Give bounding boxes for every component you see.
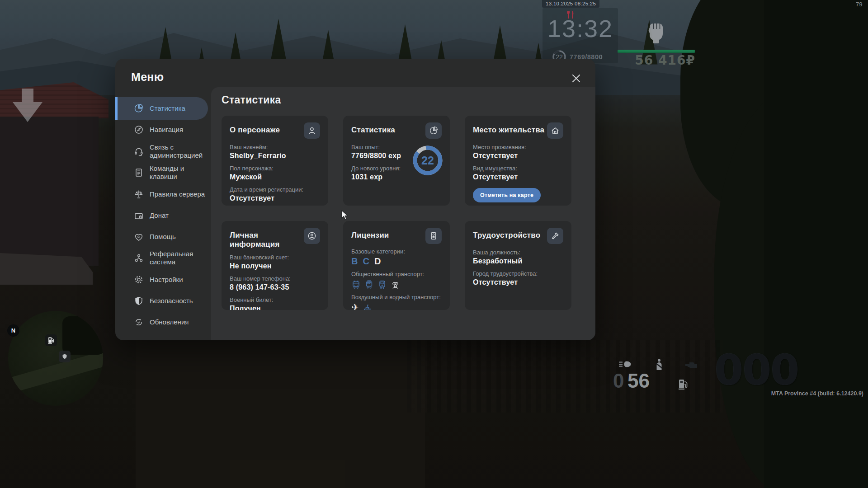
public-transport-licenses	[351, 279, 442, 290]
wallet-icon	[134, 211, 144, 221]
seatbelt-icon	[654, 358, 664, 370]
card-personal: Личная информация Ваш банковский счет:Не…	[222, 221, 328, 310]
sidebar-item-commands[interactable]: Команды и клавиши	[134, 162, 210, 183]
card-residence: Место жительства Место проживания:Отсутс…	[465, 116, 571, 206]
field-label: Место проживания:	[473, 144, 563, 150]
mark-on-map-button[interactable]: Отметить на карте	[473, 188, 541, 202]
card-character: О персонаже Ваш никнейм:Shelby_Ferrario …	[222, 116, 328, 206]
armor-marker	[59, 351, 71, 362]
card-title: О персонаже	[230, 122, 280, 135]
field-label: Ваш номер телефона:	[230, 275, 320, 282]
hammer-icon	[547, 228, 563, 244]
fuel-pump-icon	[678, 378, 689, 390]
plane-icon: ✈	[351, 303, 359, 310]
sidebar-item-label: Статистика	[150, 104, 210, 113]
update-icon	[134, 317, 144, 327]
game-screen: 79 13.10.2025 08:25:25 13:32 22 7769/880…	[0, 0, 868, 488]
menu-window: Меню Статистика Навигация	[115, 59, 595, 340]
server-build-label: MTA Province #4 (build: 6.12420.9)	[674, 390, 863, 397]
air-water-licenses: ✈	[351, 302, 442, 310]
headset-icon	[134, 146, 144, 156]
sidebar-item-settings[interactable]: Настройки	[134, 269, 210, 291]
field-label: Ваш опыт:	[351, 144, 415, 150]
shield-icon	[134, 296, 144, 306]
license-letter-c: C	[363, 256, 369, 267]
page-title: Статистика	[222, 94, 281, 106]
sidebar-item-statistics[interactable]: Статистика	[134, 98, 210, 119]
sidebar-item-label: Помощь	[150, 233, 210, 241]
section-label: Общественный транспорт:	[351, 271, 442, 277]
field-label: Военный билет:	[230, 296, 320, 303]
card-licenses: Лицензии Базовые категории: B C D Общест…	[343, 221, 450, 310]
speedometer: 000	[714, 346, 798, 394]
close-icon	[571, 74, 581, 83]
sidebar-item-label: Донат	[150, 211, 210, 220]
ship-icon	[363, 303, 372, 310]
pie-chart-icon	[425, 122, 442, 139]
field-value: Отсутствует	[473, 278, 563, 286]
card-title: Место жительства	[473, 122, 544, 135]
sidebar-item-navigation[interactable]: Навигация	[134, 119, 210, 141]
conductor-icon	[391, 280, 400, 289]
id-card-icon	[425, 228, 442, 244]
field-value: 1031 exp	[351, 173, 415, 181]
network-icon	[134, 253, 144, 263]
field-value: Отсутствует	[230, 194, 320, 202]
field-label: Пол персонажа:	[230, 165, 320, 172]
field-value: Отсутствует	[473, 152, 563, 160]
person-circle-icon	[304, 228, 320, 244]
minimap	[8, 311, 103, 406]
game-clock: 13:32	[542, 14, 618, 42]
north-indicator: N	[7, 324, 19, 337]
sidebar-item-updates[interactable]: Обновления	[134, 311, 210, 333]
license-letter-b: B	[351, 256, 358, 267]
sidebar-item-admin-contact[interactable]: Связь с администрацией	[134, 141, 210, 162]
sidebar-item-donate[interactable]: Донат	[134, 205, 210, 226]
field-value: Не получен	[230, 262, 320, 270]
sidebar-item-label: Обновления	[150, 318, 210, 327]
field-value: Мужской	[230, 173, 320, 181]
gas-station-marker	[45, 334, 57, 346]
field-value: Отсутствует	[473, 173, 563, 181]
card-title: Трудоустройство	[473, 228, 540, 240]
menu-title: Меню	[131, 70, 164, 84]
fist-icon	[646, 17, 665, 44]
scales-icon	[134, 189, 144, 199]
house-icon	[547, 122, 563, 139]
sidebar-item-server-rules[interactable]: Правила сервера	[134, 183, 210, 205]
sidebar-item-help[interactable]: Помощь	[134, 226, 210, 248]
server-datetime: 13.10.2025 08:25:25	[542, 0, 599, 8]
field-value: 7769/8800 exp	[351, 152, 415, 160]
pie-chart-icon	[134, 103, 144, 113]
exp-progress-ring: 22	[412, 145, 443, 176]
fps-counter: 79	[856, 1, 862, 8]
fuel-amount: 56	[627, 370, 650, 392]
card-title: Личная информация	[230, 228, 304, 249]
sidebar-item-security[interactable]: Безопасность	[134, 290, 210, 312]
field-label: Дата и время регистрации:	[230, 186, 320, 193]
sidebar-item-label: Навигация	[150, 126, 210, 134]
field-label: Город трудоустройства:	[473, 270, 563, 277]
engine-icon	[685, 361, 698, 368]
field-value: 8 (963) 147-63-35	[230, 283, 320, 291]
handshake-heart-icon	[134, 232, 144, 242]
license-letter-d: D	[374, 256, 381, 267]
sidebar-item-label: Связь с администрацией	[150, 143, 210, 160]
tram-icon	[364, 280, 374, 289]
health-bar	[618, 50, 695, 53]
close-button[interactable]	[570, 72, 582, 84]
level-number: 22	[412, 145, 443, 176]
trolleybus-icon	[351, 280, 361, 289]
field-label: Вид имущества:	[473, 165, 563, 172]
field-label: Ваш никнейм:	[230, 144, 320, 150]
license-categories: B C D	[351, 256, 442, 267]
document-icon	[134, 168, 144, 178]
section-label: Воздушный и водный транспорт:	[351, 294, 442, 300]
sidebar-item-referral[interactable]: Реферальная система	[134, 247, 210, 269]
card-title: Статистика	[351, 122, 395, 135]
fuel-prefix: 0	[613, 370, 624, 392]
headlight-icon	[618, 361, 632, 368]
field-value: Получен	[230, 305, 320, 310]
train-icon	[377, 280, 387, 289]
waypoint-arrow-icon	[13, 89, 42, 122]
